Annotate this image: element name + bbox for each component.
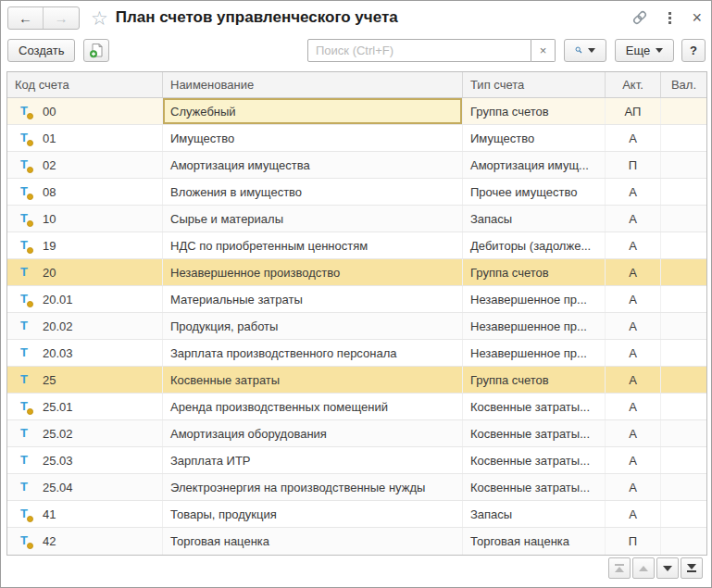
previous-page-button[interactable]: [632, 557, 655, 579]
account-val-cell[interactable]: [661, 98, 706, 124]
account-type-cell[interactable]: Группа счетов: [463, 98, 606, 124]
table-row[interactable]: T 01 Имущество Имущество А: [7, 125, 706, 152]
account-act-cell[interactable]: А: [606, 447, 661, 473]
account-val-cell[interactable]: [661, 179, 706, 205]
account-name-cell[interactable]: Продукция, работы: [163, 313, 463, 339]
account-name-cell[interactable]: Сырье и материалы: [163, 206, 463, 231]
account-code-cell[interactable]: T 25.03: [7, 447, 163, 473]
table-row[interactable]: T 20.02 Продукция, работы Незавершенное …: [7, 313, 706, 340]
account-code-cell[interactable]: T 02: [7, 152, 163, 178]
account-act-cell[interactable]: А: [606, 125, 661, 151]
account-type-cell[interactable]: Незавершенное пр...: [463, 313, 606, 339]
table-row[interactable]: T 00 Служебный Группа счетов АП: [7, 98, 706, 125]
account-val-cell[interactable]: [661, 340, 706, 366]
account-type-cell[interactable]: Прочее имущество: [463, 179, 606, 205]
table-row[interactable]: T 08 Вложения в имущество Прочее имущест…: [7, 179, 706, 206]
account-name-cell[interactable]: Имущество: [163, 125, 463, 151]
account-type-cell[interactable]: Амортизация имущ...: [463, 152, 606, 178]
account-code-cell[interactable]: T 25.04: [7, 474, 163, 500]
account-code-cell[interactable]: T 25: [7, 367, 163, 393]
account-type-cell[interactable]: Группа счетов: [463, 259, 606, 285]
account-code-cell[interactable]: T 42: [7, 528, 163, 555]
table-row[interactable]: T 25 Косвенные затраты Группа счетов А: [7, 367, 706, 394]
account-val-cell[interactable]: [661, 313, 706, 339]
account-type-cell[interactable]: Косвенные затраты...: [463, 394, 606, 419]
account-act-cell[interactable]: А: [606, 394, 661, 419]
table-row[interactable]: T 25.01 Аренда производственных помещени…: [7, 394, 706, 420]
more-menu-icon[interactable]: [667, 10, 673, 26]
search-clear-button[interactable]: ×: [531, 39, 556, 62]
account-name-cell[interactable]: Аренда производственных помещений: [163, 394, 463, 419]
account-act-cell[interactable]: А: [606, 313, 661, 339]
go-to-last-button[interactable]: [681, 557, 703, 579]
account-act-cell[interactable]: А: [606, 206, 661, 231]
account-act-cell[interactable]: П: [606, 528, 661, 555]
account-code-cell[interactable]: T 01: [7, 125, 163, 151]
account-val-cell[interactable]: [661, 447, 706, 473]
account-type-cell[interactable]: Группа счетов: [463, 367, 606, 393]
account-code-cell[interactable]: T 10: [7, 206, 163, 231]
account-act-cell[interactable]: А: [606, 232, 661, 258]
account-code-cell[interactable]: T 20.03: [7, 340, 163, 366]
account-val-cell[interactable]: [661, 206, 706, 231]
account-code-cell[interactable]: T 25.01: [7, 394, 163, 419]
account-val-cell[interactable]: [661, 152, 706, 178]
account-name-cell[interactable]: Зарплата ИТР: [163, 447, 463, 473]
account-act-cell[interactable]: А: [606, 340, 661, 366]
column-header-code[interactable]: Код счета: [7, 72, 163, 97]
account-code-cell[interactable]: T 20.01: [7, 286, 163, 312]
table-row[interactable]: T 25.03 Зарплата ИТР Косвенные затраты..…: [7, 447, 706, 474]
forward-button[interactable]: →: [44, 7, 79, 29]
account-code-cell[interactable]: T 08: [7, 179, 163, 205]
go-to-first-button[interactable]: [608, 557, 631, 579]
account-name-cell[interactable]: Товары, продукция: [163, 501, 463, 527]
account-act-cell[interactable]: А: [606, 259, 661, 285]
account-type-cell[interactable]: Косвенные затраты...: [463, 447, 606, 473]
account-name-cell[interactable]: Амортизация оборудования: [163, 420, 463, 446]
account-val-cell[interactable]: [661, 232, 706, 258]
account-act-cell[interactable]: А: [606, 501, 661, 527]
account-type-cell[interactable]: Незавершенное пр...: [463, 340, 606, 366]
create-button[interactable]: Создать: [7, 39, 75, 62]
account-name-cell[interactable]: НДС по приобретенным ценностям: [163, 232, 463, 258]
favorite-star-icon[interactable]: ☆: [91, 8, 108, 28]
table-row[interactable]: T 19 НДС по приобретенным ценностям Деби…: [7, 232, 706, 259]
account-code-cell[interactable]: T 00: [7, 98, 163, 124]
account-name-cell[interactable]: Электроэнергия на производственные нужды: [163, 474, 463, 500]
account-name-cell[interactable]: Материальные затраты: [163, 286, 463, 312]
search-options-button[interactable]: [564, 39, 606, 62]
account-type-cell[interactable]: Незавершенное пр...: [463, 286, 606, 312]
account-name-cell[interactable]: Служебный: [163, 98, 463, 124]
account-name-cell[interactable]: Торговая наценка: [163, 528, 463, 555]
account-code-cell[interactable]: T 19: [7, 232, 163, 258]
column-header-name[interactable]: Наименование: [163, 72, 463, 97]
table-row[interactable]: T 25.04 Электроэнергия на производственн…: [7, 474, 706, 501]
account-code-cell[interactable]: T 20: [7, 259, 163, 285]
table-row[interactable]: T 41 Товары, продукция Запасы А: [7, 501, 706, 528]
back-button[interactable]: ←: [8, 7, 44, 29]
help-button[interactable]: ?: [681, 39, 706, 62]
account-name-cell[interactable]: Вложения в имущество: [163, 179, 463, 205]
account-code-cell[interactable]: T 20.02: [7, 313, 163, 339]
account-code-cell[interactable]: T 25.02: [7, 420, 163, 446]
account-act-cell[interactable]: А: [606, 420, 661, 446]
account-act-cell[interactable]: А: [606, 474, 661, 500]
account-name-cell[interactable]: Амортизация имущества: [163, 152, 463, 178]
column-header-type[interactable]: Тип счета: [463, 72, 606, 97]
table-row[interactable]: T 25.02 Амортизация оборудования Косвенн…: [7, 420, 706, 447]
account-type-cell[interactable]: Косвенные затраты...: [463, 420, 606, 446]
account-act-cell[interactable]: А: [606, 367, 661, 393]
next-page-button[interactable]: [656, 557, 679, 579]
account-code-cell[interactable]: T 41: [7, 501, 163, 527]
account-type-cell[interactable]: Запасы: [463, 501, 606, 527]
table-row[interactable]: T 20 Незавершенное производство Группа с…: [7, 259, 706, 286]
account-name-cell[interactable]: Незавершенное производство: [163, 259, 463, 285]
account-act-cell[interactable]: П: [606, 152, 661, 178]
column-header-act[interactable]: Акт.: [606, 72, 661, 97]
account-val-cell[interactable]: [661, 259, 706, 285]
account-act-cell[interactable]: АП: [606, 98, 661, 124]
account-val-cell[interactable]: [661, 501, 706, 527]
account-act-cell[interactable]: А: [606, 286, 661, 312]
account-type-cell[interactable]: Запасы: [463, 206, 606, 231]
account-name-cell[interactable]: Косвенные затраты: [163, 367, 463, 393]
